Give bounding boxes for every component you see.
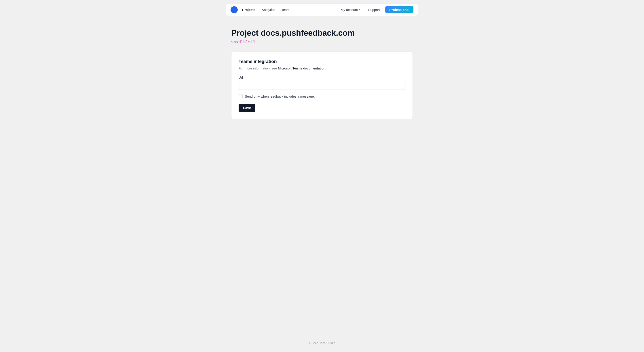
url-label: Url xyxy=(238,75,406,79)
my-account-button[interactable]: My account ▾ xyxy=(338,6,363,13)
nav-item-projects[interactable]: Projects xyxy=(240,6,258,13)
chevron-down-icon: ▾ xyxy=(359,8,360,11)
copyright-text: © TechDocs Studio xyxy=(308,341,335,345)
my-account-label: My account xyxy=(341,8,358,12)
page-title: Project docs.pushfeedback.com xyxy=(231,28,413,38)
project-id: vaxdlbl5il xyxy=(231,40,413,44)
nav-item-team[interactable]: Team xyxy=(278,6,292,13)
nav-right: My account ▾ Support Professional xyxy=(338,6,414,13)
navbar-inner: Projects Analytics Team My account ▾ Sup… xyxy=(226,3,418,16)
professional-button[interactable]: Professional xyxy=(385,6,414,13)
footer: © TechDocs Studio xyxy=(302,334,342,352)
url-input[interactable] xyxy=(238,81,406,90)
main-content: Project docs.pushfeedback.com vaxdlbl5il… xyxy=(226,19,418,133)
send-only-checkbox[interactable] xyxy=(238,94,242,98)
navbar: Projects Analytics Team My account ▾ Sup… xyxy=(0,0,644,19)
card-title: Teams integration xyxy=(238,59,406,64)
checkbox-label[interactable]: Send only when feedback includes a messa… xyxy=(245,94,315,98)
ms-teams-docs-link[interactable]: Microsoft Teams documentation xyxy=(278,66,325,70)
support-button[interactable]: Support xyxy=(366,6,382,13)
description-suffix: . xyxy=(325,66,326,70)
teams-integration-card: Teams integration For more information, … xyxy=(231,52,413,119)
checkbox-row: Send only when feedback includes a messa… xyxy=(238,94,406,98)
nav-item-analytics[interactable]: Analytics xyxy=(259,6,278,13)
save-button[interactable]: Save xyxy=(238,104,255,112)
description-prefix: For more information, see xyxy=(238,66,278,70)
nav-left: Projects Analytics Team xyxy=(240,6,336,13)
card-description: For more information, see Microsoft Team… xyxy=(238,66,406,70)
logo-icon xyxy=(230,6,238,13)
